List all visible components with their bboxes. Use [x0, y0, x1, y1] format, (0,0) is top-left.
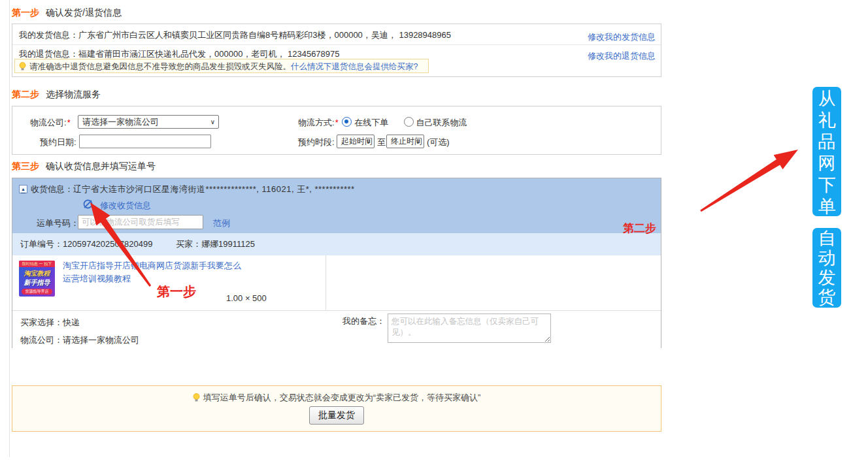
buyer-choice-label: 买家选择：	[20, 317, 63, 327]
receiver-value: 辽宁省大连市沙河口区星海湾街道**************, 116021, 王…	[73, 184, 355, 194]
buyer-choice: 买家选择：快递	[20, 317, 80, 329]
receiver-row: 收货信息：辽宁省大连市沙河口区星海湾街道**************, 1160…	[31, 184, 355, 195]
annotation-step-two: 第二步	[623, 221, 656, 236]
product-title-line1: 淘宝开店指导开店铺电商网店货源新手我要怎么	[63, 259, 278, 272]
waybill-example-link[interactable]: 范例	[213, 216, 230, 231]
bulb-icon	[19, 61, 26, 76]
time-end-select[interactable]: 终止时间∨	[386, 135, 424, 148]
logistics-company-label: 物流公司：	[20, 335, 63, 345]
receiver-label: 收货信息：	[31, 184, 73, 194]
buyer-choice-row: 买家选择：快递 物流公司：请选择一家物流公司 我的备忘：	[12, 310, 661, 349]
auto-ship-button[interactable]: 自动发货	[812, 228, 841, 308]
required-mark: *	[67, 118, 71, 127]
left-rule-divider	[9, 0, 10, 457]
privacy-eye-off-icon[interactable]	[82, 199, 93, 212]
annotation-step-one: 第一步	[157, 283, 196, 300]
step3-heading: 第三步确认收货信息并填写运单号	[12, 161, 156, 171]
ship-info-value: 广东省广州市白云区人和镇窦贝工业区同贵路自编8号精码彩印3楼，000000，吴迪…	[78, 30, 451, 40]
mode-label: 物流方式:	[298, 118, 335, 127]
date-label: 预约日期:	[40, 137, 76, 147]
return-warning-tip: 请准确选中退货信息避免因信息不准导致您的商品发生损毁或灭失风险。什么情况下退货信…	[14, 59, 429, 73]
price-qty: 1.00 × 500	[226, 293, 267, 303]
tip-text: 请准确选中退货信息避免因信息不准导致您的商品发生损毁或灭失风险。	[29, 62, 291, 71]
time-label-row: 预约时段:	[298, 135, 335, 149]
self-contact-radio[interactable]	[404, 117, 414, 127]
product-thumbnail[interactable]: 限时特惠 一 拍下 淘宝教程 新手指导 货源指导开店	[19, 261, 55, 297]
time-to-text: 至	[377, 135, 386, 149]
step3-title: 确认收货信息并填写运单号	[46, 161, 156, 171]
product-title-link[interactable]: 淘宝开店指导开店铺电商网店货源新手我要怎么 运营培训视频教程	[63, 259, 278, 285]
order-panel: ▲ 收货信息：辽宁省大连市沙河口区星海湾街道**************, 11…	[12, 178, 661, 348]
buyer-choice-value: 快递	[63, 317, 80, 327]
buyer-name: 娜娜19911125	[201, 239, 255, 249]
waybill-input[interactable]	[78, 215, 203, 229]
ship-info-label: 我的发货信息：	[19, 30, 78, 40]
step3-label: 第三步	[12, 161, 39, 171]
online-order-label: 在线下单	[354, 118, 388, 127]
logistics-company-line: 物流公司：请选择一家物流公司	[20, 334, 139, 346]
logistics-company-select[interactable]: 请选择一家物流公司∨	[78, 115, 219, 129]
self-contact-label: 自己联系物流	[416, 118, 467, 127]
deliver-goods-page: 第一步确认发货/退货信息 我的发货信息：广东省广州市白云区人和镇窦贝工业区同贵路…	[0, 0, 868, 467]
order-summary-row: 订单编号：1205974202507820499 买家：娜娜19911125	[12, 233, 661, 255]
memo-label: 我的备忘：	[342, 315, 385, 327]
step1-label: 第一步	[12, 7, 39, 18]
time-start-select[interactable]: 起始时间∨	[337, 135, 375, 148]
return-info-label: 我的退货信息：	[19, 49, 78, 59]
required-mark: *	[335, 118, 339, 127]
batch-ship-button[interactable]: 批量发货	[309, 406, 364, 425]
receiver-header: ▲ 收货信息：辽宁省大连市沙河口区星海湾街道**************, 11…	[12, 178, 661, 233]
company-label-row: 物流公司:*	[30, 116, 72, 129]
footer-tip-row: 填写运单号后确认，交易状态就会变成更改为“卖家已发货，等待买家确认”	[12, 392, 661, 404]
collapse-icon[interactable]: ▲	[19, 185, 27, 193]
order-no-label: 订单编号：	[20, 239, 63, 249]
ship-info-row: 我的发货信息：广东省广州市白云区人和镇窦贝工业区同贵路自编8号精码彩印3楼，00…	[19, 29, 451, 41]
footer-panel: 填写运单号后确认，交易状态就会变成更改为“卖家已发货，等待买家确认” 批量发货	[12, 385, 661, 432]
reserve-date-input[interactable]	[79, 135, 211, 148]
waybill-label: 运单号码：	[37, 216, 79, 231]
step2-title: 选择物流服务	[46, 89, 101, 99]
company-label: 物流公司:	[30, 118, 67, 127]
edit-ship-info-link[interactable]: 修改我的发货信息	[588, 31, 656, 43]
edit-return-info-link[interactable]: 修改我的退货信息	[588, 50, 656, 62]
shipping-info-panel: 我的发货信息：广东省广州市白云区人和镇窦贝工业区同贵路自编8号精码彩印3楼，00…	[12, 24, 661, 77]
mode-row: 物流方式:* 在线下单 自己联系物流	[298, 116, 467, 129]
time-label: 预约时段:	[298, 137, 335, 147]
chevron-down-icon: ∨	[416, 135, 420, 148]
date-label-row: 预约日期:	[40, 135, 76, 149]
step1-heading: 第一步确认发货/退货信息	[12, 7, 122, 18]
annotation-arrow-2	[700, 150, 798, 212]
row-separator	[12, 44, 661, 45]
step2-heading: 第二步选择物流服务	[12, 89, 101, 99]
online-order-radio[interactable]	[342, 117, 352, 127]
thumb-strip-text: 限时特惠 一 拍下	[19, 261, 55, 267]
footer-tip-text: 填写运单号后确认，交易状态就会变成更改为“卖家已发货，等待买家确认”	[203, 393, 481, 402]
cell-divider	[326, 255, 326, 310]
chevron-down-icon: ∨	[210, 116, 215, 128]
return-info-value: 福建省莆田市涵江区快递礼品代发，000000，老司机， 12345678975	[78, 49, 340, 59]
buyer-label: 买家：	[176, 239, 201, 249]
step2-label: 第二步	[12, 89, 39, 99]
thumb-badge: 货源指导开店	[22, 289, 52, 295]
logistics-company-value: 请选择一家物流公司	[82, 117, 159, 127]
memo-textarea[interactable]	[388, 314, 551, 343]
tip-question-link[interactable]: 什么情况下退货信息会提供给买家?	[291, 62, 418, 71]
thumb-title-2: 新手指导	[19, 278, 55, 287]
time-optional-text: (可选)	[427, 135, 450, 149]
logistics-company-text: 请选择一家物流公司	[63, 335, 139, 345]
order-no-value: 1205974202507820499	[63, 239, 152, 249]
thumb-title-1: 淘宝教程	[19, 269, 55, 278]
product-row: 限时特惠 一 拍下 淘宝教程 新手指导 货源指导开店 淘宝开店指导开店铺电商网店…	[12, 255, 661, 310]
chevron-down-icon: ∨	[366, 135, 371, 148]
edit-receiver-link[interactable]: 修改收货信息	[100, 200, 151, 212]
step1-title: 确认发货/退货信息	[46, 7, 122, 18]
logistics-panel: 物流公司:* 请选择一家物流公司∨ 物流方式:* 在线下单 自己联系物流 预约日…	[12, 106, 661, 155]
bulb-icon	[193, 393, 200, 404]
gift-network-order-button[interactable]: 从礼品网下单	[812, 87, 841, 216]
